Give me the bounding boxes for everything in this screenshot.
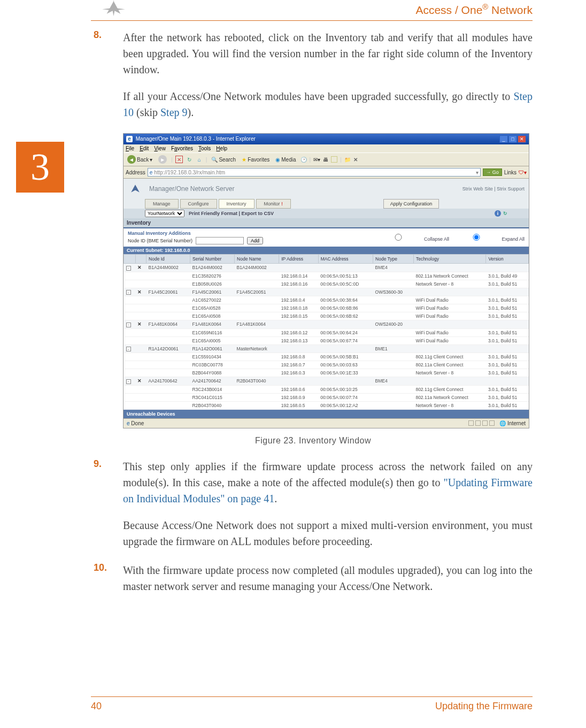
- node-id-label: Node ID (BME Serial Number): [128, 238, 192, 243]
- collapse-all-radio[interactable]: Collapse All: [374, 234, 449, 242]
- add-button[interactable]: Add: [247, 237, 263, 244]
- node-id-input[interactable]: [196, 237, 244, 244]
- strix-small-logo-icon: [128, 182, 143, 196]
- address-bar: Address ehttp://192.168.0.3/rx/main.htm …: [124, 166, 529, 179]
- table-row[interactable]: -✕F1A45C20061F1A45C20061F1A45C20051OWS36…: [124, 288, 529, 296]
- star-icon: ★: [242, 157, 246, 163]
- expand-icon[interactable]: -: [126, 290, 131, 295]
- apply-config-button[interactable]: Apply Configuration: [383, 199, 440, 209]
- delete-icon[interactable]: ✕: [137, 321, 142, 327]
- expand-icon[interactable]: -: [126, 266, 131, 271]
- norton-icon[interactable]: 🛡▾: [519, 170, 527, 175]
- step-8: 8. After the network has rebooted, click…: [94, 29, 533, 120]
- table-row[interactable]: E1B058U0026192.168.0.1600:06:5A:00:5C:0D…: [124, 280, 529, 288]
- close-button[interactable]: ✕: [518, 135, 526, 143]
- maximize-button[interactable]: □: [508, 135, 517, 143]
- header-title: Access / One® Network: [415, 3, 533, 17]
- media-button[interactable]: ◉Media: [274, 156, 297, 163]
- link-step9[interactable]: Step 9: [160, 106, 188, 118]
- print-export-links[interactable]: Print Friendly Format | Export to CSV: [189, 211, 274, 216]
- table-row[interactable]: B2B044Y0088192.168.0.300:06:5A:00:1E:33N…: [124, 369, 529, 377]
- tab-monitor[interactable]: Monitor !: [256, 199, 291, 209]
- refresh-icon[interactable]: ↻: [186, 156, 193, 163]
- menu-help[interactable]: Help: [216, 145, 227, 151]
- table-row[interactable]: E1C55910434192.168.0.800:06:5A:00:5B:B18…: [124, 353, 529, 361]
- table-row[interactable]: -✕B1A244M0002B1A244M0002B1A244M0002BME4: [124, 264, 529, 272]
- footer-section: Updating the Firmware: [435, 701, 533, 712]
- edit-icon[interactable]: [331, 156, 337, 163]
- media-icon: ◉: [275, 157, 280, 163]
- links-label[interactable]: Links: [504, 170, 516, 175]
- table-header: Version: [486, 255, 529, 264]
- folder-icon[interactable]: 📁: [344, 157, 351, 163]
- table-row[interactable]: E1C65AI0508192.168.0.1500:06:5A:00:6B:62…: [124, 312, 529, 320]
- minimize-button[interactable]: _: [499, 135, 508, 143]
- step-number: 10.: [94, 562, 115, 573]
- search-button[interactable]: 🔍Search: [210, 156, 237, 163]
- unreachable-header[interactable]: Unreachable Devices: [124, 410, 529, 418]
- favorites-button[interactable]: ★Favorites: [240, 156, 271, 163]
- tab-inventory[interactable]: Inventory: [219, 199, 255, 209]
- menu-view[interactable]: View: [154, 145, 166, 151]
- print-icon[interactable]: 🖶: [323, 157, 328, 163]
- info-icon[interactable]: i: [495, 210, 501, 217]
- back-button[interactable]: ◄ Back ▾: [126, 155, 154, 164]
- page-number: 40: [91, 701, 102, 712]
- expand-icon[interactable]: -: [126, 379, 131, 384]
- menu-favorites[interactable]: Favorites: [171, 145, 193, 151]
- mail-icon[interactable]: ✉▾: [313, 157, 320, 163]
- tab-configure[interactable]: Configure: [180, 199, 217, 209]
- home-icon[interactable]: ⌂: [196, 156, 203, 163]
- inventory-table: Node IdSerial NumberNode NameIP AddressM…: [124, 254, 529, 410]
- table-row[interactable]: -✕AA241700642AA241700642R2B043T0040BME4: [124, 377, 529, 386]
- address-input[interactable]: ehttp://192.168.0.3/rx/main.htm ▾: [148, 168, 481, 177]
- manual-add-title: Manual Inventory Additions: [128, 231, 263, 236]
- refresh-app-icon[interactable]: ↻: [503, 211, 507, 216]
- chapter-tab: 3: [16, 142, 64, 193]
- tab-manage[interactable]: Manage: [145, 199, 179, 209]
- table-row[interactable]: R3C243B0014192.168.0.600:06:5A:00:10:258…: [124, 385, 529, 393]
- forward-button[interactable]: ►: [157, 155, 168, 164]
- app-title: Manager/One Network Server: [149, 185, 234, 193]
- internet-zone-icon: 🌐: [499, 420, 506, 426]
- table-row[interactable]: -R1A142O0061R1A142O0061MasterNetworkBME1: [124, 344, 529, 353]
- table-row[interactable]: R3C041C0115192.168.0.900:06:5A:00:07:748…: [124, 393, 529, 401]
- menu-edit[interactable]: Edit: [140, 145, 149, 151]
- table-header: Node Name: [235, 255, 279, 264]
- table-row[interactable]: E1C65AI0005192.168.0.1300:06:5A:00:67:74…: [124, 336, 529, 344]
- table-row[interactable]: E1C65AI0528192.168.0.1800:06:5A:00:6B:86…: [124, 304, 529, 312]
- delete-icon[interactable]: ✕: [137, 378, 142, 384]
- inventory-title: Inventory: [124, 218, 529, 227]
- table-header: Node Type: [373, 255, 414, 264]
- status-done: e Done: [127, 420, 144, 426]
- expand-icon[interactable]: -: [126, 323, 131, 327]
- block-icon[interactable]: ✕: [353, 157, 358, 163]
- step-9-p1: This step only applies if the firmware u…: [123, 458, 533, 507]
- status-bar: e Done 🌐 Internet: [124, 418, 529, 428]
- menu-tools[interactable]: Tools: [198, 145, 211, 151]
- expand-all-radio[interactable]: Expand All: [452, 234, 525, 242]
- table-row[interactable]: R2B043T0040192.168.0.500:06:5A:00:12:A2N…: [124, 401, 529, 409]
- history-icon[interactable]: 🕑: [300, 157, 307, 163]
- table-row[interactable]: E1C659N0116192.168.0.1200:06:5A:00:64:24…: [124, 328, 529, 336]
- step-10: 10. With the firmware update process now…: [94, 562, 533, 594]
- inventory-window-screenshot: e Manager/One Main 192.168.0.3 - Interne…: [123, 133, 529, 428]
- menu-file[interactable]: File: [126, 145, 134, 151]
- stop-icon[interactable]: ✕: [175, 156, 183, 163]
- window-titlebar: e Manager/One Main 192.168.0.3 - Interne…: [124, 134, 529, 144]
- expand-icon[interactable]: -: [126, 347, 131, 351]
- search-icon: 🔍: [211, 157, 218, 163]
- delete-icon[interactable]: ✕: [137, 265, 142, 270]
- table-row[interactable]: RC03BC00778192.168.0.700:06:5A:00:03:638…: [124, 361, 529, 369]
- table-row[interactable]: A1C65270022192.168.0.400:06:5A:00:38:64W…: [124, 296, 529, 304]
- table-header: [135, 255, 146, 264]
- go-button[interactable]: → Go: [483, 168, 502, 176]
- step-8-p2: If all your Access/One Network modules h…: [123, 88, 533, 120]
- step-8-p1: After the network has rebooted, click on…: [123, 29, 533, 78]
- network-select[interactable]: YourNetwork: [145, 210, 184, 217]
- delete-icon[interactable]: ✕: [137, 289, 142, 295]
- app-links[interactable]: Strix Web Site | Strix Support: [462, 186, 525, 191]
- table-row[interactable]: -✕F1A481K0064F1A481K0064F1A481K0064OWS24…: [124, 320, 529, 329]
- table-row[interactable]: E1C35820276192.168.0.1400:06:5A:00:51:13…: [124, 272, 529, 280]
- subnet-header[interactable]: Current Subnet: 192.168.0.0: [124, 247, 529, 254]
